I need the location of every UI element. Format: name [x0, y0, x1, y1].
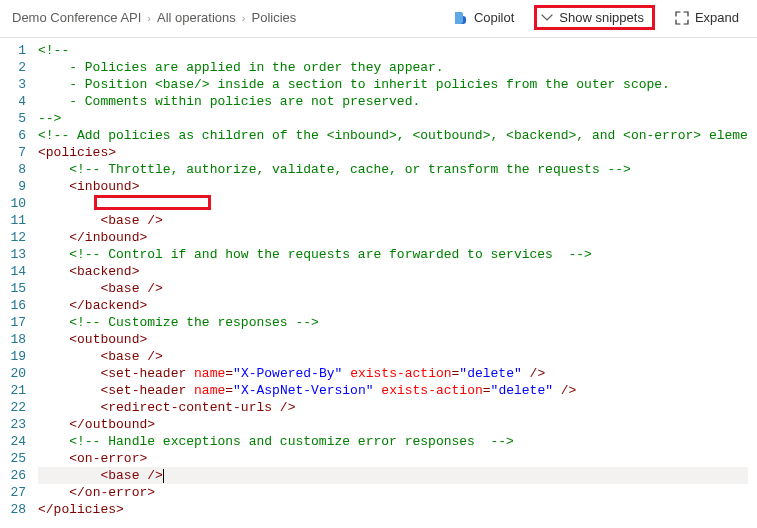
line-number: 13: [0, 246, 26, 263]
line-number-gutter: 1234567891011121314151617181920212223242…: [0, 42, 38, 518]
code-line[interactable]: <!-- Customize the responses -->: [38, 314, 748, 331]
expand-button[interactable]: Expand: [669, 6, 745, 29]
show-snippets-label: Show snippets: [559, 10, 644, 25]
code-line[interactable]: <base />: [38, 212, 748, 229]
line-number: 24: [0, 433, 26, 450]
code-line[interactable]: [38, 195, 748, 212]
code-line[interactable]: <!-- Handle exceptions and customize err…: [38, 433, 748, 450]
code-line[interactable]: <!-- Add policies as children of the <in…: [38, 127, 748, 144]
text-cursor: [163, 469, 164, 483]
expand-label: Expand: [695, 10, 739, 25]
line-number: 11: [0, 212, 26, 229]
line-number: 4: [0, 93, 26, 110]
line-number: 20: [0, 365, 26, 382]
code-line[interactable]: </policies>: [38, 501, 748, 518]
line-number: 6: [0, 127, 26, 144]
toolbar-actions: Copilot Show snippets Expand: [446, 5, 745, 30]
line-number: 28: [0, 501, 26, 518]
line-number: 27: [0, 484, 26, 501]
code-line[interactable]: - Position <base/> inside a section to i…: [38, 76, 748, 93]
copilot-button[interactable]: Copilot: [446, 6, 520, 30]
breadcrumb-item-operations[interactable]: All operations: [157, 10, 236, 25]
code-line[interactable]: <base />: [38, 348, 748, 365]
line-number: 14: [0, 263, 26, 280]
code-line[interactable]: </inbound>: [38, 229, 748, 246]
chevron-right-icon: ›: [242, 12, 246, 24]
code-line[interactable]: <!--: [38, 42, 748, 59]
line-number: 16: [0, 297, 26, 314]
line-number: 1: [0, 42, 26, 59]
line-number: 5: [0, 110, 26, 127]
line-number: 18: [0, 331, 26, 348]
line-number: 17: [0, 314, 26, 331]
code-line[interactable]: </backend>: [38, 297, 748, 314]
show-snippets-button[interactable]: Show snippets: [541, 10, 644, 25]
line-number: 3: [0, 76, 26, 93]
line-number: 10: [0, 195, 26, 212]
line-number: 23: [0, 416, 26, 433]
code-line[interactable]: <redirect-content-urls />: [38, 399, 748, 416]
line-number: 21: [0, 382, 26, 399]
show-snippets-highlight: Show snippets: [534, 5, 655, 30]
line-number: 26: [0, 467, 26, 484]
code-line[interactable]: <backend>: [38, 263, 748, 280]
code-line[interactable]: <on-error>: [38, 450, 748, 467]
line-number: 9: [0, 178, 26, 195]
line-number: 15: [0, 280, 26, 297]
breadcrumb: Demo Conference API › All operations › P…: [12, 10, 296, 25]
code-content[interactable]: <!-- - Policies are applied in the order…: [38, 42, 748, 518]
code-line[interactable]: - Policies are applied in the order they…: [38, 59, 748, 76]
line-number: 7: [0, 144, 26, 161]
line-number: 8: [0, 161, 26, 178]
code-line[interactable]: <!-- Control if and how the requests are…: [38, 246, 748, 263]
line-number: 22: [0, 399, 26, 416]
code-line[interactable]: <policies>: [38, 144, 748, 161]
line-number: 2: [0, 59, 26, 76]
expand-icon: [675, 11, 689, 25]
code-line[interactable]: -->: [38, 110, 748, 127]
chevron-down-icon: [541, 12, 553, 24]
line-number: 19: [0, 348, 26, 365]
line-number: 25: [0, 450, 26, 467]
code-line[interactable]: <base />: [38, 467, 748, 484]
copilot-icon: [452, 10, 468, 26]
code-editor[interactable]: 1234567891011121314151617181920212223242…: [0, 38, 757, 518]
code-line[interactable]: </outbound>: [38, 416, 748, 433]
copilot-label: Copilot: [474, 10, 514, 25]
line-number: 12: [0, 229, 26, 246]
chevron-right-icon: ›: [147, 12, 151, 24]
code-line[interactable]: <outbound>: [38, 331, 748, 348]
breadcrumb-item-api[interactable]: Demo Conference API: [12, 10, 141, 25]
code-line[interactable]: - Comments within policies are not prese…: [38, 93, 748, 110]
topbar: Demo Conference API › All operations › P…: [0, 0, 757, 38]
code-line[interactable]: <set-header name="X-Powered-By" exists-a…: [38, 365, 748, 382]
code-line[interactable]: <inbound>: [38, 178, 748, 195]
code-line[interactable]: <base />: [38, 280, 748, 297]
code-line[interactable]: <set-header name="X-AspNet-Version" exis…: [38, 382, 748, 399]
code-line[interactable]: </on-error>: [38, 484, 748, 501]
breadcrumb-item-policies[interactable]: Policies: [251, 10, 296, 25]
highlight-box: [94, 195, 211, 210]
code-line[interactable]: <!-- Throttle, authorize, validate, cach…: [38, 161, 748, 178]
